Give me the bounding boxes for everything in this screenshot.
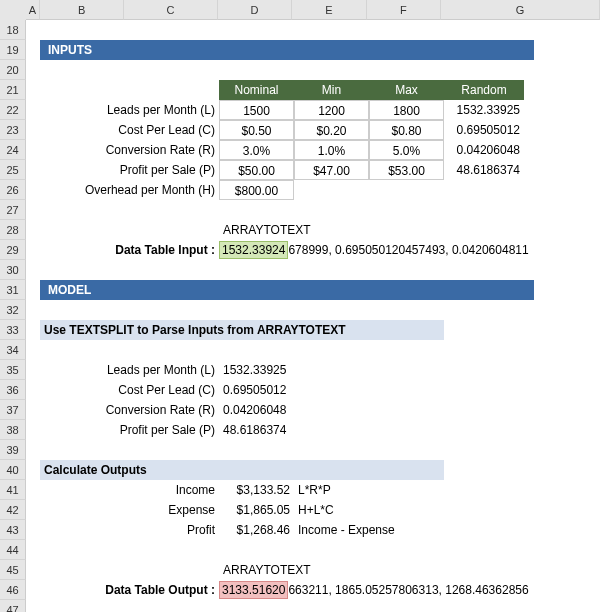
output-label: Profit [125, 520, 219, 540]
column-headers: A B C D E F G [26, 0, 600, 20]
input-header-max: Max [369, 80, 444, 100]
row-header[interactable]: 25 [0, 160, 26, 180]
row-header[interactable]: 28 [0, 220, 26, 240]
row-header[interactable]: 35 [0, 360, 26, 380]
row-header[interactable]: 33 [0, 320, 26, 340]
parsed-label: Cost Per Lead (C) [40, 380, 219, 400]
section-title-model: MODEL [40, 280, 534, 300]
cell[interactable]: $0.20 [294, 120, 369, 140]
highlight-value: 3133.51620 [219, 581, 288, 599]
data-table-output-label: Data Table Output : [40, 580, 219, 600]
section-subtitle-parse: Use TEXTSPLIT to Parse Inputs from ARRAY… [40, 320, 444, 340]
input-header-min: Min [294, 80, 369, 100]
cell[interactable]: 0.69505012 [219, 380, 294, 400]
row-header[interactable]: 20 [0, 60, 26, 80]
row-header[interactable]: 30 [0, 260, 26, 280]
row-header[interactable]: 44 [0, 540, 26, 560]
overflow-text: 678999, 0.695050120457493, 0.0420604811 [288, 243, 528, 257]
row-header[interactable]: 36 [0, 380, 26, 400]
parsed-label: Conversion Rate (R) [40, 400, 219, 420]
col-header-D[interactable]: D [218, 0, 292, 20]
cell[interactable]: $1,865.05 [219, 500, 294, 520]
cell[interactable]: 0.69505012 [444, 120, 524, 140]
cell[interactable]: $3,133.52 [219, 480, 294, 500]
input-label: Profit per Sale (P) [40, 160, 219, 180]
highlight-value: 1532.33924 [219, 241, 288, 259]
section-title-inputs: INPUTS [40, 40, 534, 60]
cell[interactable]: 1532.33925 [219, 360, 294, 380]
input-header-random: Random [444, 80, 524, 100]
cell[interactable]: $800.00 [219, 180, 294, 200]
output-formula: Income - Expense [294, 520, 444, 540]
cell[interactable]: $0.80 [369, 120, 444, 140]
col-header-C[interactable]: C [124, 0, 217, 20]
row-header[interactable]: 18 [0, 20, 26, 40]
row-header[interactable]: 29 [0, 240, 26, 260]
row-header[interactable]: 37 [0, 400, 26, 420]
cell[interactable]: 0.04206048 [444, 140, 524, 160]
input-label: Conversion Rate (R) [40, 140, 219, 160]
data-table-output-value[interactable]: 3133.51620663211, 1865.05257806313, 1268… [219, 580, 600, 600]
row-header[interactable]: 24 [0, 140, 26, 160]
cell[interactable]: 48.6186374 [444, 160, 524, 180]
arraytotext-label: ARRAYTOTEXT [219, 220, 294, 240]
input-label: Overhead per Month (H) [40, 180, 219, 200]
row-header[interactable]: 26 [0, 180, 26, 200]
output-label: Income [125, 480, 219, 500]
row-header[interactable]: 39 [0, 440, 26, 460]
cell[interactable]: 1800 [369, 100, 444, 120]
output-label: Expense [125, 500, 219, 520]
cell[interactable]: 1500 [219, 100, 294, 120]
row-header[interactable]: 40 [0, 460, 26, 480]
cell[interactable]: $1,268.46 [219, 520, 294, 540]
parsed-label: Leads per Month (L) [40, 360, 219, 380]
sheet-grid[interactable]: INPUTS Nominal Min Max Random Leads per … [26, 20, 600, 612]
cell[interactable]: $50.00 [219, 160, 294, 180]
input-label: Leads per Month (L) [40, 100, 219, 120]
output-formula: L*R*P [294, 480, 369, 500]
row-header[interactable]: 31 [0, 280, 26, 300]
cell[interactable]: $47.00 [294, 160, 369, 180]
cell[interactable]: 5.0% [369, 140, 444, 160]
row-header[interactable]: 41 [0, 480, 26, 500]
cell[interactable]: 0.04206048 [219, 400, 294, 420]
col-header-F[interactable]: F [367, 0, 441, 20]
output-formula: H+L*C [294, 500, 369, 520]
row-header[interactable]: 27 [0, 200, 26, 220]
col-header-B[interactable]: B [40, 0, 124, 20]
col-header-A[interactable]: A [26, 0, 40, 20]
section-subtitle-calc: Calculate Outputs [40, 460, 444, 480]
cell[interactable]: 48.6186374 [219, 420, 294, 440]
cell[interactable]: 1.0% [294, 140, 369, 160]
cell[interactable]: $0.50 [219, 120, 294, 140]
row-header[interactable]: 34 [0, 340, 26, 360]
row-header[interactable]: 19 [0, 40, 26, 60]
row-header[interactable]: 43 [0, 520, 26, 540]
row-header[interactable]: 21 [0, 80, 26, 100]
row-header[interactable]: 46 [0, 580, 26, 600]
row-header[interactable]: 45 [0, 560, 26, 580]
row-headers: 18 19 20 21 22 23 24 25 26 27 28 29 30 3… [0, 0, 26, 612]
data-table-input-label: Data Table Input : [40, 240, 219, 260]
col-header-G[interactable]: G [441, 0, 600, 20]
cell[interactable]: 1532.33925 [444, 100, 524, 120]
col-header-E[interactable]: E [292, 0, 366, 20]
overflow-text: 663211, 1865.05257806313, 1268.46362856 [288, 583, 528, 597]
row-header[interactable]: 42 [0, 500, 26, 520]
cell[interactable]: 1200 [294, 100, 369, 120]
row-header[interactable]: 22 [0, 100, 26, 120]
row-header[interactable]: 38 [0, 420, 26, 440]
cell[interactable]: $53.00 [369, 160, 444, 180]
row-header[interactable]: 32 [0, 300, 26, 320]
parsed-label: Profit per Sale (P) [40, 420, 219, 440]
input-header-nominal: Nominal [219, 80, 294, 100]
row-header[interactable]: 23 [0, 120, 26, 140]
row-header[interactable]: 47 [0, 600, 26, 612]
arraytotext-label: ARRAYTOTEXT [219, 560, 294, 580]
data-table-input-value[interactable]: 1532.33924678999, 0.695050120457493, 0.0… [219, 240, 600, 260]
input-label: Cost Per Lead (C) [40, 120, 219, 140]
cell[interactable]: 3.0% [219, 140, 294, 160]
